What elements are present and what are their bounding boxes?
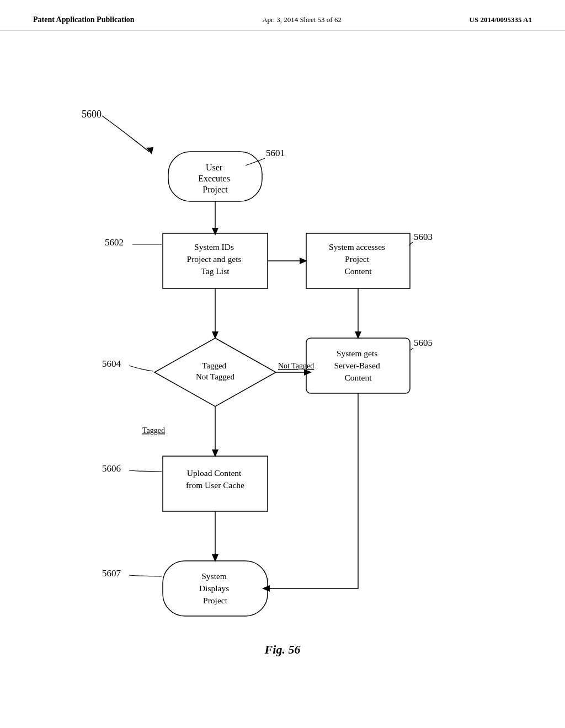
node-5607-label: System Displays Project: [199, 571, 231, 605]
ref-5601-line: [246, 158, 265, 165]
ref-5604: 5604: [102, 358, 121, 369]
ref-5606-line: [129, 470, 162, 472]
ref-5604-line: [129, 366, 153, 371]
arrow-5605-5607: [269, 393, 358, 588]
ref-5600-arrow: [102, 116, 149, 152]
ref-5607: 5607: [102, 568, 121, 579]
ref-5605: 5605: [414, 338, 433, 348]
patent-number: US 2014/0095335 A1: [470, 15, 532, 24]
publication-title: Patent Application Publication: [33, 15, 135, 24]
ref-5602: 5602: [105, 237, 124, 248]
ref-5606: 5606: [102, 463, 121, 474]
ref-5607-line: [129, 575, 162, 576]
label-tagged: Tagged: [142, 426, 165, 435]
sheet-info: Apr. 3, 2014 Sheet 53 of 62: [262, 15, 342, 24]
arrowhead-5605-5607: [262, 585, 270, 592]
flowchart-svg: 5600 User Executes Project 5601 System I…: [0, 30, 565, 681]
ref-5603: 5603: [414, 232, 433, 242]
diagram-area: 5600 User Executes Project 5601 System I…: [0, 30, 565, 681]
ref-5601: 5601: [266, 148, 285, 158]
node-5605-label: System gets Server-Based Content: [334, 349, 382, 382]
label-not-tagged: Not Tagged: [278, 362, 314, 370]
node-5602-label: System IDs Project and gets Tag List: [187, 242, 244, 276]
node-5603-label: System accesses Project Content: [329, 242, 387, 276]
figure-caption: Fig. 56: [264, 643, 301, 656]
node-5601-label: User Executes Project: [198, 163, 232, 195]
ref-5605-line: [410, 348, 413, 350]
arrowhead-5601-5602: [212, 228, 218, 235]
node-5606-label: Upload Content from User Cache: [186, 468, 244, 490]
page-header: Patent Application Publication Apr. 3, 2…: [0, 0, 565, 30]
node-5604-label: Tagged Not Tagged: [196, 361, 234, 381]
ref-5600: 5600: [82, 109, 102, 120]
